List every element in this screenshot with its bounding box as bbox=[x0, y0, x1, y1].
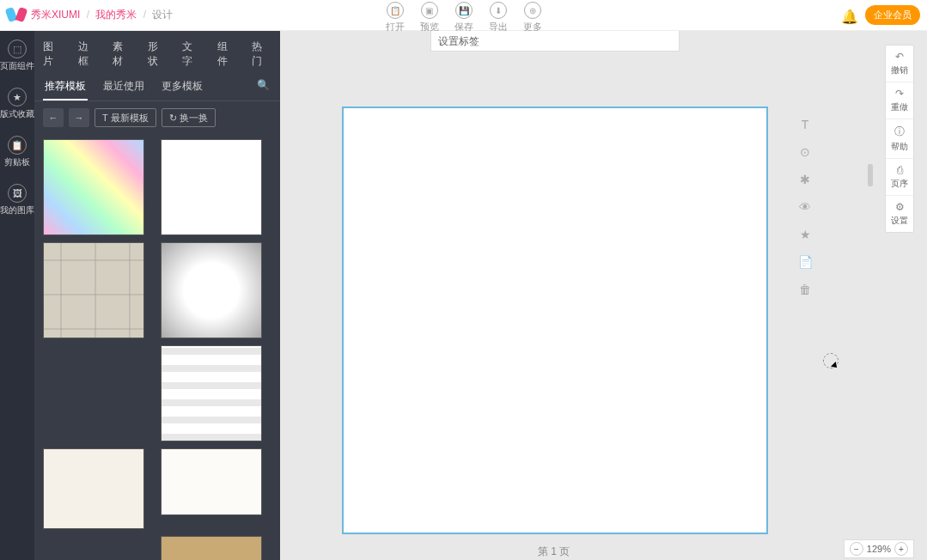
redo-icon: ↷ bbox=[887, 88, 912, 100]
rail-clipboard[interactable]: 📋剪贴板 bbox=[4, 132, 30, 172]
tool-export[interactable]: ⬇导出 bbox=[489, 2, 508, 33]
tool-save[interactable]: 💾保存 bbox=[454, 2, 473, 33]
redo-button[interactable]: ↷重做 bbox=[886, 82, 913, 119]
circle-tool-icon[interactable]: ⊙ bbox=[797, 144, 813, 160]
template-thumb[interactable] bbox=[161, 448, 262, 515]
zoom-value: 129% bbox=[867, 544, 891, 554]
rail-layout-fav[interactable]: ★版式收藏 bbox=[0, 84, 34, 124]
breadcrumb: 秀米XIUMI / 我的秀米 / 设计 bbox=[31, 8, 173, 22]
settings-button[interactable]: ⚙设置 bbox=[886, 196, 913, 232]
template-thumb[interactable] bbox=[161, 139, 262, 235]
fav-tool-icon[interactable]: ★ bbox=[797, 227, 813, 242]
gallery-icon: 🖼 bbox=[8, 184, 27, 203]
zoom-in[interactable]: + bbox=[894, 542, 908, 556]
eye-tool-icon[interactable]: 👁 bbox=[797, 199, 813, 215]
panel-toolbar: ← → T最新模板 ↻换一换 bbox=[34, 101, 280, 134]
paste-tool-icon[interactable]: 📄 bbox=[797, 254, 813, 270]
text-tool-icon[interactable]: T bbox=[797, 117, 813, 132]
gear-icon: ⚙ bbox=[887, 201, 912, 213]
canvas[interactable] bbox=[342, 107, 768, 534]
tool-more[interactable]: ⊕更多 bbox=[523, 2, 542, 33]
tab-more-templates[interactable]: 更多模板 bbox=[160, 76, 204, 100]
shuffle-button[interactable]: ↻换一换 bbox=[162, 108, 216, 127]
fav-icon: ★ bbox=[8, 88, 27, 107]
tab-component[interactable]: 组件 bbox=[217, 36, 237, 72]
template-thumb[interactable] bbox=[43, 448, 144, 529]
tab-border[interactable]: 边框 bbox=[78, 36, 98, 72]
tag-bar[interactable]: 设置标签 bbox=[430, 31, 680, 52]
rail-gallery[interactable]: 🖼我的图库 bbox=[0, 180, 34, 220]
search-icon[interactable]: 🔍 bbox=[255, 76, 271, 100]
help-icon: ⓘ bbox=[887, 125, 912, 139]
save-icon: 💾 bbox=[455, 2, 473, 19]
side-handle[interactable] bbox=[868, 164, 873, 186]
canvas-area: 设置标签 第 1 页 T ⊙ ✱ 👁 ★ 📄 🗑 − 129% + bbox=[280, 31, 927, 560]
help-button[interactable]: ⓘ帮助 bbox=[886, 119, 913, 159]
template-thumb[interactable] bbox=[161, 242, 262, 338]
category-tabs: 图片 边框 素材 形状 文字 组件 热门 bbox=[34, 31, 280, 72]
tab-material[interactable]: 素材 bbox=[113, 36, 132, 72]
preview-icon: ▣ bbox=[421, 2, 438, 19]
rail-page-components[interactable]: ⬚页面组件 bbox=[0, 36, 34, 76]
zoom-out[interactable]: − bbox=[850, 542, 863, 556]
tool-open[interactable]: 📋打开 bbox=[386, 2, 405, 33]
crumb-mine[interactable]: 我的秀米 bbox=[95, 9, 137, 21]
nav-prev[interactable]: ← bbox=[43, 108, 64, 127]
zoom-bar: − 129% + bbox=[844, 539, 914, 558]
tab-recommended[interactable]: 推荐模板 bbox=[43, 76, 88, 100]
tab-image[interactable]: 图片 bbox=[43, 36, 63, 72]
crumb-current: 设计 bbox=[152, 9, 173, 21]
template-tabs: 推荐模板 最近使用 更多模板 🔍 bbox=[34, 72, 280, 101]
undo-icon: ↶ bbox=[887, 51, 912, 63]
tool-preview[interactable]: ▣预览 bbox=[420, 2, 439, 33]
template-thumb[interactable] bbox=[161, 536, 262, 560]
page-order-icon: ⎙ bbox=[887, 164, 912, 176]
left-rail: ⬚页面组件 ★版式收藏 📋剪贴板 🖼我的图库 bbox=[0, 31, 34, 560]
logo-icon bbox=[7, 6, 26, 25]
export-icon: ⬇ bbox=[490, 2, 507, 19]
components-icon: ⬚ bbox=[8, 40, 27, 58]
cursor-indicator bbox=[823, 353, 839, 368]
canvas-side-tools: T ⊙ ✱ 👁 ★ 📄 🗑 bbox=[797, 117, 813, 297]
star-tool-icon[interactable]: ✱ bbox=[797, 172, 813, 187]
latest-templates-button[interactable]: T最新模板 bbox=[95, 108, 156, 127]
tab-text[interactable]: 文字 bbox=[182, 36, 202, 72]
template-thumb[interactable] bbox=[43, 242, 144, 338]
right-panel: ↶撤销 ↷重做 ⓘ帮助 ⎙页序 ⚙设置 bbox=[885, 45, 914, 233]
more-icon: ⊕ bbox=[524, 2, 541, 19]
page-label: 第 1 页 bbox=[538, 545, 570, 559]
header-right: 🔔 企业会员 bbox=[841, 5, 920, 25]
clipboard-icon: 📋 bbox=[8, 136, 27, 155]
trash-tool-icon[interactable]: 🗑 bbox=[797, 282, 813, 297]
brand-link[interactable]: 秀米XIUMI bbox=[31, 9, 80, 21]
nav-next[interactable]: → bbox=[69, 108, 89, 127]
template-thumb[interactable] bbox=[161, 345, 262, 441]
undo-button[interactable]: ↶撤销 bbox=[886, 46, 913, 82]
tab-recent[interactable]: 最近使用 bbox=[101, 76, 146, 100]
template-thumb[interactable] bbox=[43, 139, 144, 235]
vip-button[interactable]: 企业会员 bbox=[865, 5, 920, 25]
page-order-button[interactable]: ⎙页序 bbox=[886, 159, 913, 196]
left-panel: 图片 边框 素材 形状 文字 组件 热门 推荐模板 最近使用 更多模板 🔍 ← … bbox=[34, 31, 280, 560]
top-toolbar: 📋打开 ▣预览 💾保存 ⬇导出 ⊕更多 bbox=[386, 2, 542, 33]
template-grid[interactable] bbox=[34, 134, 280, 560]
tab-shape[interactable]: 形状 bbox=[148, 36, 168, 72]
tab-hot[interactable]: 热门 bbox=[252, 36, 271, 72]
header: 秀米XIUMI / 我的秀米 / 设计 📋打开 ▣预览 💾保存 ⬇导出 ⊕更多 … bbox=[0, 0, 927, 31]
bell-icon[interactable]: 🔔 bbox=[841, 9, 855, 22]
open-icon: 📋 bbox=[387, 2, 404, 19]
